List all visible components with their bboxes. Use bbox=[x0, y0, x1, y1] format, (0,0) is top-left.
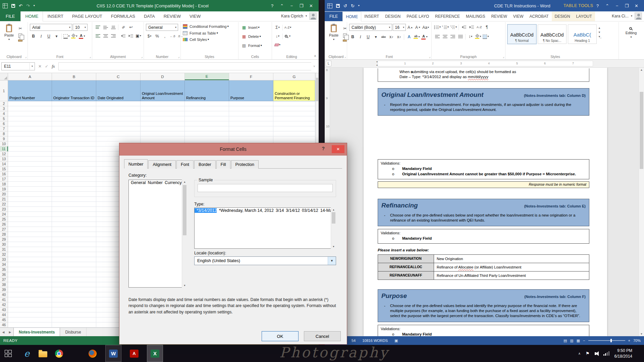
cell[interactable] bbox=[141, 121, 185, 126]
format-cells-button[interactable]: Format bbox=[248, 44, 260, 48]
cell[interactable] bbox=[96, 131, 141, 136]
cell[interactable] bbox=[8, 267, 52, 272]
ribbon-tab[interactable]: LAYOUT bbox=[573, 12, 595, 21]
category-item[interactable]: Number bbox=[146, 180, 162, 185]
zoom-slider-thumb[interactable] bbox=[610, 339, 612, 342]
cell[interactable] bbox=[229, 106, 273, 111]
paste-button[interactable]: Paste ▾ bbox=[3, 23, 15, 53]
column-header[interactable]: C bbox=[96, 73, 141, 80]
cell[interactable] bbox=[8, 287, 52, 292]
cell[interactable] bbox=[8, 106, 52, 111]
cut-icon[interactable]: ✂ bbox=[17, 25, 24, 32]
cell[interactable] bbox=[185, 116, 229, 121]
cell[interactable] bbox=[229, 126, 273, 131]
cell[interactable] bbox=[52, 172, 96, 177]
scroll-thumb[interactable] bbox=[183, 185, 186, 235]
cell[interactable] bbox=[8, 202, 52, 207]
cell[interactable] bbox=[96, 126, 141, 131]
row-header[interactable]: 44 bbox=[0, 312, 8, 317]
font-color-icon[interactable]: A▾ bbox=[421, 34, 428, 40]
row-header[interactable]: 43 bbox=[0, 307, 8, 312]
bullets-icon[interactable]: ▾ bbox=[434, 24, 441, 31]
undo-icon[interactable]: ↺ bbox=[343, 4, 347, 8]
comma-style-icon[interactable]: , bbox=[161, 33, 168, 40]
redo-icon[interactable]: ↷ bbox=[26, 4, 30, 8]
borders-icon[interactable]: ▾ bbox=[63, 33, 70, 40]
font-size-combo[interactable]: 16 ▾ bbox=[393, 24, 406, 31]
cell[interactable] bbox=[52, 277, 96, 282]
cell[interactable] bbox=[8, 126, 52, 131]
cell[interactable] bbox=[52, 257, 96, 262]
row-header[interactable]: 19 bbox=[0, 187, 8, 192]
cell[interactable] bbox=[52, 227, 96, 232]
word-account[interactable]: Kara Ci... ▾ bbox=[612, 12, 642, 21]
row-header[interactable]: 9 bbox=[0, 136, 8, 141]
paste-button[interactable]: Paste ▾ bbox=[327, 23, 340, 53]
italic-icon[interactable]: I bbox=[357, 34, 364, 40]
taskbar-acrobat[interactable]: A bbox=[126, 345, 142, 362]
cell[interactable] bbox=[52, 182, 96, 187]
cell[interactable] bbox=[8, 312, 52, 317]
minimize-icon[interactable]: − bbox=[612, 3, 622, 8]
row-header[interactable]: 13 bbox=[0, 157, 8, 162]
increase-indent-icon[interactable] bbox=[468, 24, 475, 31]
scroll-down-icon[interactable]: ▼ bbox=[182, 284, 187, 287]
cell[interactable] bbox=[8, 141, 52, 146]
avatar[interactable] bbox=[309, 12, 317, 20]
styles-scroll-down-icon[interactable]: ▼ bbox=[598, 31, 601, 34]
cell[interactable] bbox=[8, 272, 52, 277]
qat-customize-icon[interactable]: ▾ bbox=[34, 4, 35, 7]
ribbon-options-icon[interactable]: ⌃ bbox=[602, 3, 612, 8]
cell[interactable] bbox=[8, 197, 52, 202]
header-cell[interactable]: Project Number bbox=[8, 80, 52, 101]
qat-customize-icon[interactable]: ▾ bbox=[358, 4, 360, 7]
proofing-icon[interactable]: ▣ bbox=[394, 339, 398, 343]
cell[interactable] bbox=[52, 232, 96, 237]
cell[interactable] bbox=[8, 187, 52, 192]
align-right-icon[interactable] bbox=[449, 33, 456, 40]
dialog-tab[interactable]: Fill bbox=[216, 160, 230, 169]
insert-cells-button[interactable]: Insert bbox=[248, 25, 258, 29]
cell[interactable] bbox=[52, 252, 96, 257]
name-box[interactable]: E11 ▾ bbox=[1, 62, 35, 70]
ribbon-tab[interactable]: DESIGN bbox=[552, 12, 573, 21]
cell[interactable] bbox=[8, 152, 52, 157]
taskbar-clock[interactable]: 9:50 PM 6/18/2014 bbox=[614, 348, 632, 359]
scroll-down-icon[interactable]: ▼ bbox=[639, 333, 644, 336]
cell[interactable] bbox=[52, 202, 96, 207]
ribbon-tab[interactable]: REFERENCE bbox=[432, 12, 463, 21]
cell[interactable] bbox=[52, 177, 96, 182]
cell[interactable] bbox=[273, 126, 315, 131]
cell[interactable] bbox=[96, 136, 141, 141]
cell[interactable] bbox=[52, 267, 96, 272]
column-header[interactable]: E bbox=[185, 73, 229, 80]
copy-icon[interactable] bbox=[343, 34, 347, 38]
cell[interactable] bbox=[8, 101, 52, 106]
find-select-icon[interactable]: ▾ bbox=[284, 33, 291, 40]
row-header[interactable]: 8 bbox=[0, 131, 8, 136]
cell[interactable] bbox=[141, 106, 185, 111]
sheet-tab[interactable]: Notes-Investments bbox=[13, 328, 60, 336]
autosum-icon[interactable]: Σ▾ bbox=[274, 24, 281, 31]
align-center-icon[interactable] bbox=[102, 33, 109, 39]
sheet-nav-left-icon[interactable]: ◀ bbox=[0, 328, 7, 336]
zoom-in-icon[interactable]: + bbox=[628, 339, 630, 343]
locale-dropdown[interactable]: English (United States) ▼ bbox=[194, 256, 336, 265]
ribbon-tab[interactable]: VIEW bbox=[185, 11, 205, 21]
cell[interactable] bbox=[52, 217, 96, 222]
column-header[interactable]: B bbox=[52, 73, 96, 80]
cell[interactable] bbox=[141, 131, 185, 136]
row-header[interactable]: 18 bbox=[0, 182, 8, 187]
select-all-corner[interactable] bbox=[0, 73, 8, 80]
cell[interactable] bbox=[52, 317, 96, 322]
change-case-icon[interactable]: Aa▾ bbox=[422, 24, 429, 31]
cell[interactable] bbox=[96, 111, 141, 116]
cell[interactable] bbox=[8, 297, 52, 302]
font-name-combo[interactable]: Calibri (Body) ▾ bbox=[349, 24, 392, 31]
help-icon[interactable]: ? bbox=[593, 3, 602, 8]
cell[interactable] bbox=[52, 167, 96, 172]
percent-style-icon[interactable]: % bbox=[154, 33, 161, 40]
cell[interactable] bbox=[141, 111, 185, 116]
dialog-tab[interactable]: Alignment bbox=[148, 160, 176, 169]
clear-icon[interactable]: ▾ bbox=[274, 42, 281, 48]
